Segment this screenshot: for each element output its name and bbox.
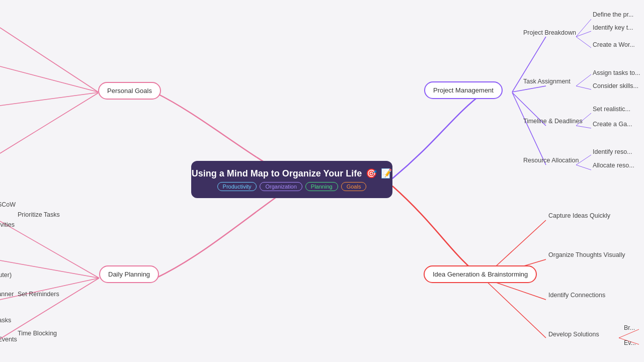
svg-line-20 <box>576 165 591 170</box>
tag-goals[interactable]: Goals <box>341 182 367 191</box>
svg-line-11 <box>512 93 546 165</box>
leaf-task-assignment: Task Assignment <box>523 78 571 85</box>
leaf-prioritize: Prioritize Tasks <box>18 211 60 218</box>
center-node[interactable]: Using a Mind Map to Organize Your Life 🎯… <box>191 161 392 198</box>
subleaf-create-ga: Create a Ga... <box>593 121 632 128</box>
svg-line-14 <box>576 37 591 48</box>
label-planner: ...anner <box>0 291 14 298</box>
subleaf-assign: Assign tasks to... <box>593 69 640 76</box>
svg-line-13 <box>576 31 591 37</box>
subleaf-ev: Ev... <box>624 339 636 346</box>
leaf-set-reminders: Set Reminders <box>18 291 59 298</box>
leaf-organize: Organize Thoughts Visually <box>548 251 625 258</box>
subleaf-identify-res: Identify reso... <box>593 148 632 155</box>
node-idea-generation[interactable]: Idea Generation & Brainstorming <box>424 265 537 283</box>
subleaf-br: Br... <box>624 324 635 331</box>
node-daily-planning[interactable]: Daily Planning <box>99 265 159 283</box>
svg-line-16 <box>576 86 591 89</box>
subleaf-set-real: Set realistic... <box>593 106 630 113</box>
label-tasks: ...r tasks <box>0 317 11 324</box>
center-title-text: Using a Mind Map to Organize Your Life <box>192 168 362 179</box>
emoji1: 🎯 <box>366 168 377 179</box>
project-management-label: Project Management <box>433 86 494 94</box>
svg-line-18 <box>576 126 591 128</box>
personal-goals-label: Personal Goals <box>107 87 152 95</box>
svg-line-3 <box>0 93 98 153</box>
svg-line-2 <box>0 93 98 106</box>
leaf-develop: Develop Solutions <box>548 331 599 338</box>
leaf-project-breakdown: Project Breakdown <box>523 29 576 36</box>
subleaf-identify-key: Identify key t... <box>593 24 633 31</box>
leaf-timeline: Timeline & Deadlines <box>523 118 583 125</box>
svg-line-5 <box>0 260 99 278</box>
svg-line-0 <box>0 28 98 92</box>
idea-generation-label: Idea Generation & Brainstorming <box>433 270 528 278</box>
subleaf-allocate: Allocate reso... <box>593 162 634 169</box>
svg-line-24 <box>483 278 546 338</box>
node-personal-goals[interactable]: Personal Goals <box>98 82 161 100</box>
subleaf-define: Define the pr... <box>593 11 633 18</box>
node-project-management[interactable]: Project Management <box>424 81 503 99</box>
daily-planning-label: Daily Planning <box>108 270 150 278</box>
leaf-identify-conn: Identify Connections <box>548 292 605 299</box>
svg-line-1 <box>0 66 98 92</box>
label-scow: SCoW <box>0 201 16 208</box>
subleaf-create-wor: Create a Wor... <box>593 41 635 48</box>
emoji2: 📝 <box>381 168 392 179</box>
tag-container: Productivity Organization Planning Goals <box>217 182 367 191</box>
tag-planning[interactable]: Planning <box>305 182 338 191</box>
center-title: Using a Mind Map to Organize Your Life 🎯… <box>192 168 392 179</box>
label-activities: ...vities <box>0 221 15 228</box>
svg-line-15 <box>576 74 591 86</box>
subleaf-consider: Consider skills... <box>593 82 638 89</box>
svg-line-12 <box>576 19 591 37</box>
leaf-resource: Resource Allocation <box>523 157 579 164</box>
tag-organization[interactable]: Organization <box>260 182 302 191</box>
svg-line-9 <box>512 86 546 92</box>
label-computer: ...outer) <box>0 272 12 279</box>
leaf-time-blocking: Time Blocking <box>18 330 57 337</box>
label-events: ...Events <box>0 336 17 343</box>
tag-productivity[interactable]: Productivity <box>217 182 257 191</box>
svg-line-4 <box>0 221 99 278</box>
leaf-capture: Capture Ideas Quickly <box>548 212 610 219</box>
